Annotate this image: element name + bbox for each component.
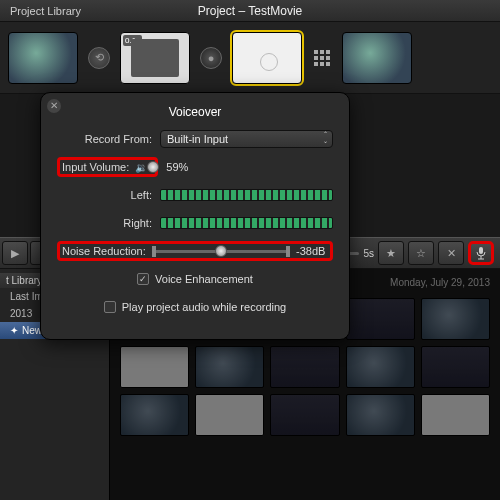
voiceover-panel: ✕ Voiceover Record From: Built-in Input … xyxy=(40,92,350,340)
event-clip[interactable] xyxy=(195,346,264,388)
event-clip[interactable] xyxy=(346,298,415,340)
voiceover-mic-button[interactable] xyxy=(468,241,494,265)
record-from-select[interactable]: Built-in Input xyxy=(160,130,333,148)
close-icon[interactable]: ✕ xyxy=(47,99,61,113)
toolbar-play-button[interactable]: ▶ xyxy=(2,241,28,265)
event-clip[interactable] xyxy=(270,346,339,388)
event-clip[interactable] xyxy=(120,346,189,388)
right-meter-label: Right: xyxy=(57,217,152,229)
event-clip[interactable] xyxy=(421,298,490,340)
project-library-tab[interactable]: Project Library xyxy=(0,5,91,17)
grid-view-icon[interactable] xyxy=(312,48,332,68)
noise-reduction-highlight: Noise Reduction: -38dB xyxy=(57,241,333,261)
event-clip[interactable] xyxy=(421,346,490,388)
favorite-filled-icon[interactable]: ★ xyxy=(378,241,404,265)
event-clip[interactable] xyxy=(195,394,264,436)
speaker-icon: 🔉 xyxy=(135,162,147,173)
project-thumb-1[interactable] xyxy=(8,32,78,84)
voice-enhancement-checkbox[interactable]: ✓ xyxy=(137,273,149,285)
project-thumb-4[interactable] xyxy=(342,32,412,84)
right-level-meter xyxy=(160,217,333,229)
left-level-meter xyxy=(160,189,333,201)
noise-reduction-label: Noise Reduction: xyxy=(62,245,146,257)
noise-reduction-slider[interactable] xyxy=(152,250,290,253)
noise-reduction-value: -38dB xyxy=(296,245,328,257)
play-project-audio-label: Play project audio while recording xyxy=(122,301,286,313)
swap-button[interactable]: ⟲ xyxy=(88,47,110,69)
star-icon: ✦ xyxy=(10,325,18,336)
play-project-audio-checkbox[interactable] xyxy=(104,301,116,313)
favorite-outline-icon[interactable]: ☆ xyxy=(408,241,434,265)
event-clip[interactable] xyxy=(346,394,415,436)
left-meter-label: Left: xyxy=(57,189,152,201)
zoom-value: 5s xyxy=(363,248,374,259)
svg-rect-0 xyxy=(479,247,483,254)
record-from-label: Record From: xyxy=(57,133,152,145)
event-clip[interactable] xyxy=(120,394,189,436)
input-volume-value: 59% xyxy=(166,161,198,173)
input-volume-label: Input Volume: xyxy=(62,161,129,173)
project-thumb-2[interactable]: 0.1s xyxy=(120,32,190,84)
event-clip[interactable] xyxy=(421,394,490,436)
input-volume-highlight: Input Volume: 🔉 xyxy=(57,157,158,177)
voice-enhancement-label: Voice Enhancement xyxy=(155,273,253,285)
clip-duration-label: 0.1s xyxy=(123,35,142,46)
reject-button[interactable]: ✕ xyxy=(438,241,464,265)
event-clip[interactable] xyxy=(270,394,339,436)
record-button[interactable]: ● xyxy=(200,47,222,69)
event-clip[interactable] xyxy=(346,346,415,388)
project-thumb-3-selected[interactable] xyxy=(232,32,302,84)
project-thumbnail-strip: ⟲ 0.1s ● xyxy=(0,22,500,94)
microphone-icon xyxy=(475,246,487,260)
voiceover-title: Voiceover xyxy=(57,105,333,119)
